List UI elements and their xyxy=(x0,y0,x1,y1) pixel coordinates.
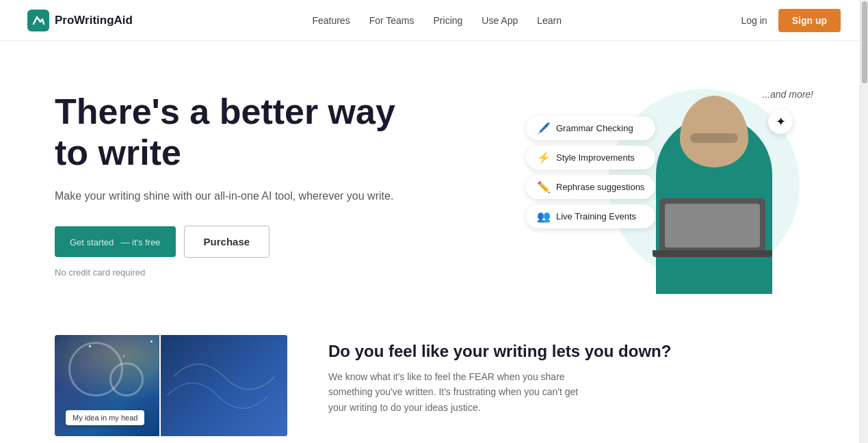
nav-use-app[interactable]: Use App xyxy=(482,15,518,26)
image-overlay xyxy=(159,335,287,436)
training-icon: 👥 xyxy=(537,210,551,223)
nav-features[interactable]: Features xyxy=(312,15,350,26)
get-started-button[interactable]: Get started — it's free xyxy=(55,226,176,257)
purchase-button[interactable]: Purchase xyxy=(184,226,270,258)
style-icon: ⚡ xyxy=(537,151,551,164)
rephrase-icon: ✏️ xyxy=(537,180,551,193)
hero-illustration: 🖊️ Grammar Checking ⚡ Style Improvements… xyxy=(526,75,813,294)
hero-buttons: Get started — it's free Purchase xyxy=(55,226,410,258)
second-section: My idea in my head Do you feel like your… xyxy=(0,321,868,443)
star-3 xyxy=(150,340,153,343)
pill-training: 👥 Live Training Events xyxy=(526,204,655,228)
idea-bubble: My idea in my head xyxy=(66,410,144,425)
laptop-base xyxy=(653,250,772,257)
no-credit-card-note: No credit card required xyxy=(55,267,410,278)
section-heading: Do you feel like your writing lets you d… xyxy=(328,342,671,361)
get-started-label: Get started xyxy=(70,237,114,247)
nav-links: Features For Teams Pricing Use App Learn xyxy=(312,15,562,26)
pill-style-label: Style Improvements xyxy=(556,152,635,163)
pill-grammar-label: Grammar Checking xyxy=(556,123,633,133)
star-1 xyxy=(89,345,91,347)
logo[interactable]: ProWritingAid xyxy=(27,10,133,31)
scrollbar[interactable] xyxy=(860,0,868,443)
section-text: Do you feel like your writing lets you d… xyxy=(328,335,671,415)
swirl-2 xyxy=(109,362,144,397)
nav-pricing[interactable]: Pricing xyxy=(434,15,463,26)
pill-training-label: Live Training Events xyxy=(556,211,636,222)
navbar: ProWritingAid Features For Teams Pricing… xyxy=(0,0,868,41)
grammar-icon: 🖊️ xyxy=(537,122,551,135)
nav-learn[interactable]: Learn xyxy=(537,15,562,26)
pill-rephrase-label: Rephrase suggestions xyxy=(556,182,644,192)
pill-rephrase: ✏️ Rephrase suggestions xyxy=(526,175,655,199)
brand-name: ProWritingAid xyxy=(55,14,133,27)
login-button[interactable]: Log in xyxy=(741,15,767,26)
feature-pills: 🖊️ Grammar Checking ⚡ Style Improvements… xyxy=(526,116,655,228)
overlay-swirl-svg xyxy=(161,335,287,436)
nav-actions: Log in Sign up xyxy=(741,9,841,32)
person-illustration xyxy=(649,96,779,294)
scrollbar-thumb[interactable] xyxy=(862,1,867,83)
pill-style: ⚡ Style Improvements xyxy=(526,146,655,170)
get-started-suffix: — it's free xyxy=(120,237,160,247)
person-laptop xyxy=(659,198,765,253)
section-body: We know what it's like to feel the FEAR … xyxy=(328,369,588,415)
hero-title: There's a better way to write xyxy=(55,92,410,174)
person-glasses xyxy=(690,133,738,143)
logo-icon xyxy=(27,10,49,31)
hero-section: There's a better way to write Make your … xyxy=(0,41,868,321)
hero-subtitle: Make your writing shine with our all-in-… xyxy=(55,187,410,205)
pill-grammar: 🖊️ Grammar Checking xyxy=(526,116,655,140)
star-2 xyxy=(123,355,124,357)
section-image: My idea in my head xyxy=(55,335,287,436)
signup-button[interactable]: Sign up xyxy=(778,9,841,32)
hero-content: There's a better way to write Make your … xyxy=(55,92,410,277)
person-head xyxy=(680,96,748,167)
nav-for-teams[interactable]: For Teams xyxy=(369,15,415,26)
